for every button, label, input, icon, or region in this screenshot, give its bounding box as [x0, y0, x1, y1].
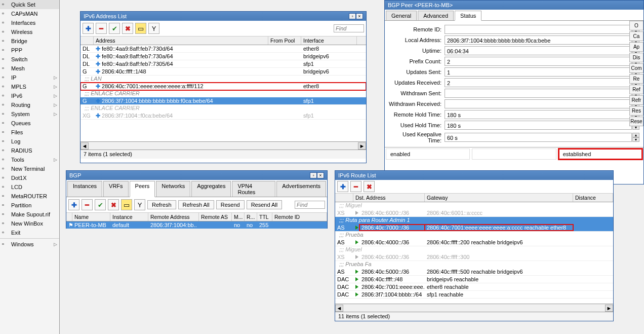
sidebar-item[interactable]: ▫Bridge — [0, 36, 59, 46]
filter-button[interactable]: Y — [134, 199, 145, 210]
address-row[interactable]: G✚ 2806:40c:7001:eeee:eeee:eeee:a:ffff/1… — [80, 83, 366, 90]
sidebar-item[interactable]: ▫Quick Set — [0, 0, 59, 9]
sidebar-item[interactable]: ▫Queues — [0, 119, 59, 128]
refresh-button[interactable]: Refresh — [147, 200, 176, 209]
remove-button[interactable]: ━ — [96, 23, 107, 34]
field-value[interactable]: 2 — [445, 78, 632, 87]
tab[interactable]: General — [386, 11, 417, 20]
sidebar-item[interactable]: ▫New Terminal — [0, 164, 59, 173]
min-button[interactable]: ▫ — [310, 172, 317, 178]
add-button[interactable]: ✚ — [83, 23, 94, 34]
sidebar-item[interactable]: ▫System▷ — [0, 109, 59, 119]
address-row[interactable]: XG✚ 2806:3f7:1004::f0ca:bebe/64sfp1 — [80, 112, 366, 120]
comment-button[interactable]: ▭ — [121, 199, 132, 210]
sidebar-item[interactable]: ▫Make Supout.rif — [0, 210, 59, 219]
field-value[interactable]: 2 — [445, 57, 632, 66]
col-m[interactable]: M... — [232, 213, 245, 221]
side-button[interactable]: Res — [629, 106, 643, 116]
enable-button[interactable]: ✔ — [95, 199, 106, 210]
hscrollbar[interactable]: ◄► — [80, 141, 366, 150]
tab[interactable]: Instances — [67, 181, 102, 197]
sidebar-item[interactable]: ▫Exit — [0, 228, 59, 237]
min-button[interactable]: ▫ — [349, 13, 356, 19]
col-instance[interactable]: Instance — [110, 213, 148, 221]
find-input[interactable] — [334, 24, 364, 32]
field-value[interactable]: 60 s — [445, 133, 632, 142]
field-value[interactable]: 1 — [445, 67, 632, 77]
disable-button[interactable]: ✖ — [364, 181, 375, 192]
address-row[interactable]: DL✚ fe80::4aa9:8aff:feb7:7305/64sfp1 — [80, 60, 366, 68]
sidebar-item[interactable]: ▫Windows▷ — [0, 240, 59, 249]
tab[interactable]: VRFs — [103, 181, 129, 197]
sidebar-item[interactable]: ▫MetaROUTER — [0, 192, 59, 201]
field-value[interactable]: 180 s — [445, 121, 632, 130]
field-value[interactable] — [445, 25, 632, 34]
route-row[interactable]: AS2806:40c:7000::/362806:40c:7001:eeee:e… — [335, 224, 613, 232]
bgp-row[interactable]: ⚑PEER-to-MBdefault2806:3f7:1004:bb..nono… — [66, 221, 327, 229]
sidebar-item[interactable]: ▫New WinBox — [0, 219, 59, 228]
route-grid[interactable]: ;;; MiguelXS2806:40c:6000::/362806:40c:6… — [335, 202, 613, 304]
sidebar-item[interactable]: ▫MPLS▷ — [0, 82, 59, 91]
col-ttl[interactable]: TTL — [257, 213, 272, 221]
col-pool[interactable]: From Pool — [268, 36, 301, 45]
side-button[interactable]: Ap — [629, 42, 643, 52]
address-row[interactable]: DL✚ fe80::4aa9:8aff:feb7:730d/64ether8 — [80, 45, 366, 53]
disable-button[interactable]: ✖ — [122, 23, 133, 34]
field-value[interactable]: 2806:3f7:1004:bbbb:bbbb:bbbb:f0ca:bebe — [445, 35, 632, 45]
col-r[interactable]: R... — [245, 213, 257, 221]
comment-button[interactable]: ▭ — [135, 23, 146, 34]
col-interface[interactable]: Interface — [301, 36, 357, 45]
route-row[interactable]: XS2806:40c:6000::/362806:40c:6001::a:ccc… — [335, 209, 613, 217]
resend-all-button[interactable]: Resend All — [247, 200, 283, 209]
sidebar-item[interactable]: ▫CAPsMAN — [0, 9, 59, 18]
spinner[interactable]: ▲▼ — [632, 133, 639, 142]
sidebar-item[interactable]: ▫Mesh — [0, 64, 59, 73]
side-button[interactable]: Re — [629, 74, 643, 84]
window-titlebar[interactable]: BGP ▫× — [66, 171, 327, 180]
route-row[interactable]: DAC2806:40c:ffff::/48bridgeipv6 reachabl… — [335, 276, 613, 283]
route-row[interactable]: AS2806:40c:4000::/362806:40c:ffff::200 r… — [335, 239, 613, 246]
sidebar-item[interactable]: ▫Files — [0, 128, 59, 137]
col-remote-as[interactable]: Remote AS — [199, 213, 232, 221]
sidebar-item[interactable]: ▫Wireless — [0, 27, 59, 36]
disable-button[interactable]: ✖ — [108, 199, 119, 210]
side-button[interactable]: O — [629, 21, 643, 30]
address-row[interactable]: G✚ 2806:3f7:1004:bbbb:bbbb:bbbb:f0ca:beb… — [80, 97, 366, 105]
remove-button[interactable]: ━ — [82, 199, 93, 210]
route-row[interactable]: DAC2806:40c:7001:eeee:eee..ether8 reacha… — [335, 283, 613, 291]
address-row[interactable]: G✚ 2806:40c:ffff::1/48bridgeipv6 — [80, 68, 366, 76]
field-value[interactable] — [445, 89, 632, 98]
tab[interactable]: Peers — [130, 181, 155, 197]
enable-button[interactable]: ✔ — [109, 23, 120, 34]
col-gw[interactable]: Gateway — [425, 194, 573, 202]
sidebar-item[interactable]: ▫Routing▷ — [0, 100, 59, 109]
resend-button[interactable]: Resend — [216, 200, 245, 209]
sidebar-item[interactable]: ▫Log — [0, 137, 59, 146]
sidebar-item[interactable]: ▫Dot1X — [0, 173, 59, 182]
window-titlebar[interactable]: IPv6 Address List ▫× — [80, 12, 366, 21]
close-button[interactable]: × — [317, 172, 324, 178]
col-remote-addr[interactable]: Remote Address — [148, 213, 199, 221]
col-name[interactable]: Name — [72, 213, 110, 221]
sidebar-item[interactable]: ▫LCD — [0, 182, 59, 192]
sidebar-item[interactable]: ▫Interfaces — [0, 18, 59, 27]
field-value[interactable]: 180 s — [445, 110, 632, 119]
field-value[interactable] — [445, 99, 632, 108]
tab[interactable]: Advanced — [418, 11, 454, 20]
tab[interactable]: Networks — [156, 181, 190, 197]
add-button[interactable]: ✚ — [68, 199, 79, 210]
sidebar-item[interactable]: ▫Switch — [0, 55, 59, 64]
sidebar-item[interactable]: ▫PPP — [0, 46, 59, 55]
route-row[interactable]: XS2806:40c:6000::/362806:40c:ffff::300 — [335, 253, 613, 261]
tab[interactable]: VPN4 Routes — [232, 181, 275, 197]
address-grid[interactable]: DL✚ fe80::4aa9:8aff:feb7:730d/64ether8DL… — [80, 45, 366, 141]
side-button[interactable]: Rese — [629, 117, 643, 126]
side-button[interactable]: Ref — [629, 85, 643, 94]
col-dist[interactable]: Distance — [573, 194, 613, 202]
side-button[interactable]: Refr — [629, 95, 643, 105]
sidebar-item[interactable]: ▫Partition — [0, 201, 59, 210]
add-button[interactable]: ✚ — [337, 181, 348, 192]
window-titlebar[interactable]: IPv6 Route List — [335, 171, 613, 180]
filter-button[interactable]: Y — [148, 23, 159, 34]
remove-button[interactable]: ━ — [350, 181, 361, 192]
